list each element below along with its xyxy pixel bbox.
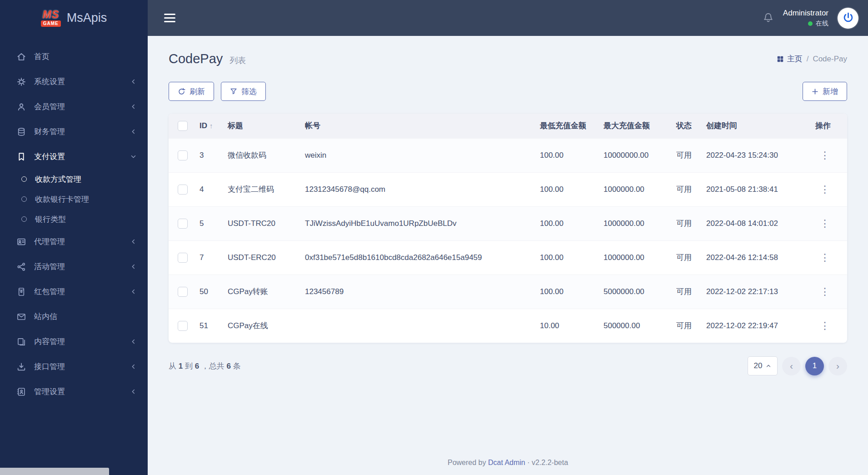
user-meta: Administrator 在线 xyxy=(783,9,828,28)
page-title: CodePay xyxy=(169,51,223,66)
sidebar-item-member-management[interactable]: 会员管理 xyxy=(0,94,148,119)
coins-icon xyxy=(17,127,27,136)
row-checkbox[interactable] xyxy=(178,321,188,331)
sidebar-item-system-settings[interactable]: 系统设置 xyxy=(0,69,148,94)
cell-account: 12312345678@qq.com xyxy=(300,172,535,206)
row-actions-button[interactable]: ⋮ xyxy=(815,319,834,333)
table-row: 50 CGPay转账 123456789 100.00 5000000.00 可… xyxy=(169,275,847,309)
sidebar-item-finance-management[interactable]: 财务管理 xyxy=(0,119,148,144)
brand-logo[interactable]: MS GAME MsApis xyxy=(0,0,148,36)
sidebar-item-payment-settings[interactable]: 支付设置 xyxy=(0,144,148,169)
breadcrumb-home-link[interactable]: 主页 xyxy=(777,54,803,64)
sidebar-item-label: 管理设置 xyxy=(34,386,130,397)
notifications-bell-icon[interactable] xyxy=(763,12,774,24)
sidebar-item-label: 站内信 xyxy=(34,311,137,322)
row-checkbox[interactable] xyxy=(178,253,188,263)
page-header: CodePay 列表 主页 / Code-Pay xyxy=(169,51,847,66)
cell-created-at: 2022-12-02 22:19:47 xyxy=(702,309,811,343)
row-actions-button[interactable]: ⋮ xyxy=(815,183,834,196)
sidebar-item-site-messages[interactable]: 站内信 xyxy=(0,304,148,329)
chevron-left-icon xyxy=(130,78,137,85)
cell-created-at: 2022-12-02 22:17:13 xyxy=(702,275,811,309)
column-header-actions: 操作 xyxy=(811,114,847,138)
id-card-icon xyxy=(17,237,27,246)
cell-created-at: 2022-04-23 15:24:30 xyxy=(702,138,811,172)
chevron-left-icon xyxy=(130,238,137,245)
breadcrumb: 主页 / Code-Pay xyxy=(777,54,847,64)
cell-min-amount: 100.00 xyxy=(535,240,599,275)
table-row: 4 支付宝二维码 12312345678@qq.com 100.00 10000… xyxy=(169,172,847,206)
column-header-title: 标题 xyxy=(223,114,300,138)
row-actions-button[interactable]: ⋮ xyxy=(815,285,834,299)
user-name: Administrator xyxy=(783,9,828,18)
table-row: 3 微信收款码 weixin 100.00 10000000.00 可用 202… xyxy=(169,138,847,172)
sidebar-item-activity-management[interactable]: 活动管理 xyxy=(0,254,148,279)
select-all-checkbox[interactable] xyxy=(178,121,188,131)
table-row: 51 CGPay在线 10.00 500000.00 可用 2022-12-02… xyxy=(169,309,847,343)
topbar: Administrator 在线 xyxy=(148,0,868,36)
pagination-next-button[interactable]: › xyxy=(828,357,847,375)
pagination: 20 ‹ 1 › xyxy=(748,356,847,375)
sidebar-item-admin-settings[interactable]: 管理设置 xyxy=(0,379,148,404)
powered-by-footer: Powered by Dcat Admin · v2.2.2-beta xyxy=(169,450,847,470)
row-checkbox[interactable] xyxy=(178,287,188,297)
chevron-left-icon xyxy=(130,288,137,295)
user-avatar[interactable] xyxy=(838,8,858,29)
cell-account: TJiWzissAdyiHbE1uUvamo1URpZbUeBLDv xyxy=(300,206,535,240)
sidebar-toggle-button[interactable] xyxy=(161,11,178,25)
pagination-prev-button[interactable]: ‹ xyxy=(782,357,801,375)
page-size-select[interactable]: 20 xyxy=(748,356,778,375)
circle-icon xyxy=(21,176,27,182)
cell-created-at: 2022-04-26 12:14:58 xyxy=(702,240,811,275)
cell-created-at: 2021-05-08 21:38:41 xyxy=(702,172,811,206)
filter-button[interactable]: 筛选 xyxy=(221,82,266,101)
dcat-admin-link[interactable]: Dcat Admin xyxy=(488,459,525,466)
pagination-page-1-button[interactable]: 1 xyxy=(805,357,824,375)
payment-settings-submenu: 收款方式管理 收款银行卡管理 银行类型 xyxy=(0,169,148,229)
share-nodes-icon xyxy=(17,262,27,271)
powered-by-label: Powered by xyxy=(448,459,486,466)
sidebar-item-label: 红包管理 xyxy=(34,286,130,297)
sidebar-item-agent-management[interactable]: 代理管理 xyxy=(0,229,148,254)
cell-title: USDT-TRC20 xyxy=(223,206,300,240)
sidebar-item-api-management[interactable]: 接口管理 xyxy=(0,354,148,379)
table-row: 5 USDT-TRC20 TJiWzissAdyiHbE1uUvamo1URpZ… xyxy=(169,206,847,240)
row-actions-button[interactable]: ⋮ xyxy=(815,149,834,162)
circle-icon xyxy=(21,216,27,222)
chevron-left-icon xyxy=(130,363,137,370)
copy-icon xyxy=(17,337,27,346)
page-subtitle: 列表 xyxy=(229,55,246,66)
breadcrumb-current: Code-Pay xyxy=(813,55,847,64)
column-header-min-amount: 最低充值金额 xyxy=(535,114,599,138)
sidebar-subitem-receiving-bank-cards[interactable]: 收款银行卡管理 xyxy=(0,189,148,209)
cell-min-amount: 10.00 xyxy=(535,309,599,343)
row-checkbox[interactable] xyxy=(178,150,188,160)
cell-max-amount: 10000000.00 xyxy=(599,138,672,172)
sidebar-subitem-payment-methods[interactable]: 收款方式管理 xyxy=(0,169,148,189)
brand-logo-primary: MS xyxy=(42,10,59,20)
funnel-icon xyxy=(230,88,237,95)
list-footer: 从 1 到 6 ，总共 6 条 20 ‹ 1 › xyxy=(169,356,847,375)
column-header-created-at: 创建时间 xyxy=(702,114,811,138)
row-checkbox[interactable] xyxy=(178,185,188,195)
chevron-left-icon xyxy=(130,263,137,270)
refresh-button[interactable]: 刷新 xyxy=(169,82,214,101)
add-button[interactable]: 新增 xyxy=(803,82,847,101)
sidebar-subitem-bank-types[interactable]: 银行类型 xyxy=(0,209,148,229)
row-actions-button[interactable]: ⋮ xyxy=(815,217,834,230)
cell-status: 可用 xyxy=(672,309,702,343)
row-actions-button[interactable]: ⋮ xyxy=(815,251,834,265)
column-header-id[interactable]: ID↑ xyxy=(195,114,223,138)
sidebar-item-label: 系统设置 xyxy=(34,76,130,87)
sidebar-item-home[interactable]: 首页 xyxy=(0,44,148,69)
sidebar-item-red-packet-management[interactable]: 红包管理 xyxy=(0,279,148,304)
sidebar-item-label: 首页 xyxy=(34,51,137,62)
cell-title: 支付宝二维码 xyxy=(223,172,300,206)
sidebar-item-content-management[interactable]: 内容管理 xyxy=(0,329,148,354)
app-name: MsApis xyxy=(67,11,107,25)
sidebar-item-label: 接口管理 xyxy=(34,361,130,372)
download-icon xyxy=(17,362,27,371)
row-checkbox[interactable] xyxy=(178,219,188,229)
table-row: 7 USDT-ERC20 0xf31be571e5d8b1610bcd8cda2… xyxy=(169,240,847,275)
chevron-left-icon xyxy=(130,338,137,345)
